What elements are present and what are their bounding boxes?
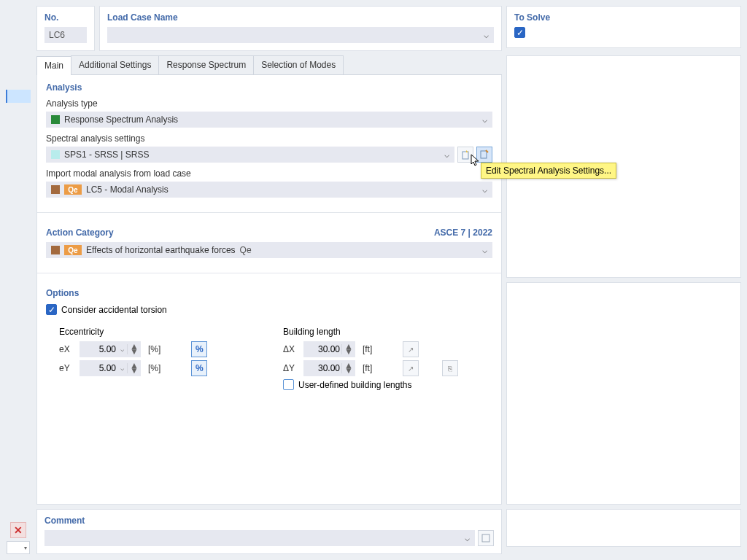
new-document-icon: [460, 149, 471, 160]
cursor-icon: [471, 154, 481, 168]
building-length-label: Building length: [283, 327, 492, 337]
import-modal-label: Import modal analysis from load case: [46, 168, 492, 179]
chevron-down-icon: ⌵: [465, 533, 470, 543]
preview-pane-3: [506, 509, 741, 547]
action-category-combo[interactable]: Qe Effects of horizontal earthquake forc…: [46, 242, 492, 258]
tab-main[interactable]: Main: [36, 56, 71, 75]
dy-label: ΔY: [283, 363, 299, 373]
ey-spin[interactable]: ⌵▲▼: [80, 360, 141, 376]
dx-unit: [ft]: [363, 344, 372, 354]
tabs: Main Additional Settings Response Spectr…: [36, 55, 502, 75]
analysis-type-icon: [51, 115, 60, 124]
preview-pane-2: [506, 282, 741, 505]
ex-label: eX: [59, 344, 75, 354]
qe-badge: Qe: [64, 245, 82, 255]
tooltip: Edit Spectral Analysis Settings...: [481, 163, 616, 179]
ey-input[interactable]: [80, 362, 117, 374]
ey-label: eY: [59, 363, 75, 373]
action-section: Action Category ASCE 7 | 2022: [46, 228, 492, 238]
ex-unit: [%]: [148, 344, 160, 354]
svg-rect-1: [481, 151, 487, 158]
comment-label: Comment: [44, 516, 494, 526]
dx-spin[interactable]: ▲▼: [303, 341, 355, 357]
import-modal-value: LC5 - Modal Analysis: [86, 184, 169, 195]
dy-input[interactable]: [303, 362, 341, 374]
svg-rect-0: [462, 152, 468, 159]
load-case-icon: [51, 185, 60, 194]
options-section: Options: [46, 288, 492, 298]
qe-badge: Qe: [64, 184, 82, 195]
analysis-type-value: Response Spectrum Analysis: [64, 114, 178, 125]
analysis-type-label: Analysis type: [46, 98, 492, 109]
import-modal-combo[interactable]: Qe LC5 - Modal Analysis ⌵: [46, 182, 492, 198]
chevron-down-icon: ⌵: [482, 114, 487, 125]
spectral-settings-combo[interactable]: SPS1 - SRSS | SRSS ⌵: [46, 147, 454, 163]
copy-lengths-button[interactable]: ⎘: [442, 360, 458, 376]
tab-selection-of-modes[interactable]: Selection of Modes: [253, 55, 344, 74]
spectral-settings-label: Spectral analysis settings: [46, 133, 492, 144]
accidental-torsion-label: Consider accidental torsion: [61, 305, 167, 315]
dx-pick-button[interactable]: ↗: [403, 341, 419, 357]
action-desc: Effects of horizontal earthquake forces: [86, 245, 236, 255]
analysis-type-combo[interactable]: Response Spectrum Analysis ⌵: [46, 112, 492, 128]
user-defined-lengths-label: User-defined building lengths: [298, 380, 411, 390]
no-label: No.: [44, 12, 87, 23]
left-rail: ✕ ▾: [6, 6, 31, 554]
filter-dropdown[interactable]: ▾: [7, 541, 30, 554]
chevron-down-icon: ⌵: [444, 149, 449, 160]
ex-spin[interactable]: ⌵▲▼: [80, 341, 141, 357]
comment-edit-button[interactable]: [478, 530, 494, 546]
list-selection-marker: [6, 90, 31, 103]
standard-label: ASCE 7 | 2022: [434, 228, 492, 238]
chevron-down-icon: ⌵: [482, 245, 487, 255]
user-defined-lengths-checkbox[interactable]: [283, 379, 294, 390]
spectral-settings-value: SPS1 - SRSS | SRSS: [64, 149, 150, 160]
ey-unit: [%]: [148, 363, 160, 373]
chevron-down-icon: ⌵: [482, 184, 487, 195]
dx-label: ΔX: [283, 344, 299, 354]
no-field[interactable]: [44, 27, 87, 43]
accidental-torsion-checkbox[interactable]: ✓: [46, 304, 57, 315]
spectral-settings-icon: [51, 150, 60, 159]
action-suffix: Qe: [240, 245, 252, 255]
svg-rect-2: [482, 534, 489, 542]
ex-percent-button[interactable]: %: [191, 341, 207, 357]
tab-response-spectrum[interactable]: Response Spectrum: [158, 55, 254, 74]
dy-unit: [ft]: [363, 363, 372, 373]
ey-percent-button[interactable]: %: [191, 360, 207, 376]
tab-additional-settings[interactable]: Additional Settings: [71, 55, 159, 74]
solve-label: To Solve: [514, 12, 733, 23]
to-solve-checkbox[interactable]: ✓: [514, 27, 525, 38]
dy-spin[interactable]: ▲▼: [303, 360, 355, 376]
note-icon: [481, 534, 490, 542]
dx-input[interactable]: [303, 343, 341, 355]
edit-document-icon: [479, 149, 489, 160]
action-icon: [51, 246, 60, 254]
ex-input[interactable]: [80, 343, 117, 355]
analysis-section: Analysis: [46, 82, 492, 93]
dy-pick-button[interactable]: ↗: [403, 360, 419, 376]
delete-button[interactable]: ✕: [10, 522, 26, 538]
comment-combo[interactable]: ⌵: [44, 530, 475, 546]
eccentricity-label: Eccentricity: [59, 327, 268, 337]
name-label: Load Case Name: [107, 12, 494, 23]
chevron-down-icon: ⌵: [484, 30, 489, 40]
name-combo[interactable]: ⌵: [107, 27, 494, 43]
